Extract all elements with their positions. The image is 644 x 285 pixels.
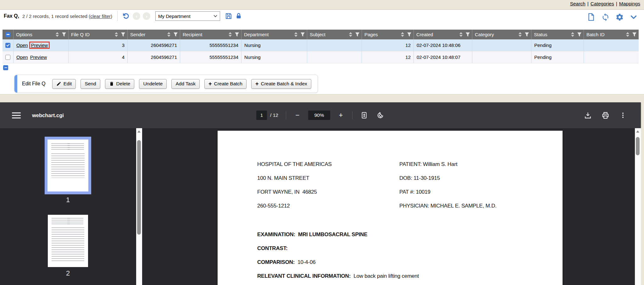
filter-icon[interactable] <box>300 32 305 37</box>
row-checkbox-unchecked[interactable] <box>5 55 10 60</box>
refresh-icon[interactable] <box>601 12 610 22</box>
zoom-level-value[interactable]: 90% <box>308 111 330 120</box>
sort-icon[interactable] <box>459 32 463 37</box>
scrollbar-up-arrow[interactable] <box>137 130 141 133</box>
record-summary-close: ) <box>111 14 112 19</box>
column-header-status[interactable]: Status <box>531 30 584 39</box>
sort-icon[interactable] <box>167 32 170 37</box>
column-label: Options <box>16 32 54 37</box>
sort-icon[interactable] <box>229 32 232 37</box>
sender-value: 2604596271 <box>151 54 177 60</box>
undo-icon[interactable] <box>122 12 130 20</box>
preview-link[interactable]: Preview <box>31 43 48 48</box>
sort-icon[interactable] <box>626 32 629 37</box>
column-header-sender[interactable]: Sender <box>128 30 180 39</box>
previous-record-icon[interactable]: ‹ <box>133 12 140 20</box>
download-icon[interactable] <box>584 111 592 119</box>
print-icon[interactable] <box>601 111 609 119</box>
next-record-icon[interactable]: › <box>143 12 150 20</box>
department-value: Nursing <box>244 54 261 60</box>
sort-icon[interactable] <box>115 32 118 37</box>
menu-icon[interactable] <box>12 111 21 120</box>
column-header-recipient[interactable]: Recipient <box>180 30 242 39</box>
sort-icon[interactable] <box>401 32 404 37</box>
more-options-kebab-icon[interactable] <box>619 111 627 119</box>
column-header-pages[interactable]: Pages <box>362 30 414 39</box>
page-number-input[interactable]: 1 <box>256 111 267 120</box>
scrollbar-thumb[interactable] <box>137 140 141 235</box>
category-cell <box>472 39 531 51</box>
sort-icon[interactable] <box>519 32 522 37</box>
gear-icon[interactable] <box>615 12 624 22</box>
open-link[interactable]: Open <box>16 43 28 48</box>
delete-button[interactable]: Delete <box>105 79 135 89</box>
document-scrollbar[interactable] <box>635 128 641 285</box>
filter-icon[interactable] <box>407 32 412 37</box>
page-thumbnail-1[interactable] <box>45 137 91 194</box>
column-label: Department <box>244 32 293 37</box>
delete-button-label: Delete <box>116 81 130 87</box>
options-cell: Open Preview <box>14 39 69 51</box>
edit-file-q-action-bar: Edit File Q Edit Send Delete Undelete Ad… <box>14 75 318 93</box>
preview-link[interactable]: Preview <box>30 54 47 60</box>
filter-icon[interactable] <box>525 32 529 37</box>
column-header-options[interactable]: Options <box>14 30 69 39</box>
department-filter-select[interactable]: My Department <box>155 11 220 21</box>
sender-value: 2604596271 <box>151 43 177 48</box>
new-document-icon[interactable] <box>586 12 596 22</box>
undelete-button[interactable]: Undelete <box>139 79 167 89</box>
zoom-out-button[interactable]: − <box>294 111 301 119</box>
deselect-all-checkbox[interactable] <box>3 65 8 70</box>
filter-icon[interactable] <box>355 32 360 37</box>
save-icon[interactable] <box>225 12 233 20</box>
filter-icon[interactable] <box>577 32 582 37</box>
row-checkbox-checked[interactable] <box>5 43 10 48</box>
pdf-title: webchart.cgi <box>32 112 64 118</box>
filter-icon[interactable] <box>632 32 637 37</box>
create-batch-index-button[interactable]: + Create Batch & Index <box>251 79 311 89</box>
fit-to-page-icon[interactable] <box>360 111 368 119</box>
toolbar-divider <box>117 11 118 21</box>
filter-icon[interactable] <box>173 32 178 37</box>
subject-cell <box>307 51 362 63</box>
column-header-file-q-id[interactable]: File Q ID <box>69 30 128 39</box>
fax-q-right-icons <box>586 12 638 22</box>
collapse-chevron-icon[interactable] <box>629 12 638 22</box>
column-header-category[interactable]: Category <box>472 30 531 39</box>
nav-link-categories[interactable]: Categories <box>591 1 614 6</box>
sort-icon[interactable] <box>294 32 297 37</box>
sort-icon[interactable] <box>349 32 352 37</box>
doc-section-label: CONTRAST: <box>257 245 287 251</box>
column-header-department[interactable]: Department <box>242 30 307 39</box>
rotate-icon[interactable] <box>376 111 385 119</box>
filter-icon[interactable] <box>465 32 470 37</box>
clear-filter-link[interactable]: clear filter <box>90 14 111 19</box>
nav-link-mappings[interactable]: Mappings <box>619 1 640 6</box>
column-header-subject[interactable]: Subject <box>307 30 362 39</box>
sort-icon[interactable] <box>571 32 574 37</box>
sort-icon[interactable] <box>56 32 59 37</box>
open-link[interactable]: Open <box>16 54 28 60</box>
select-all-checkbox[interactable] <box>5 32 10 37</box>
column-label: Batch ID <box>586 32 625 37</box>
create-batch-button[interactable]: + Create Batch <box>204 79 247 89</box>
doc-patient: PATIENT: William S. Hart <box>399 161 457 168</box>
filter-icon[interactable] <box>235 32 239 37</box>
send-button[interactable]: Send <box>80 79 100 89</box>
thumbnail-scrollbar[interactable] <box>136 128 142 285</box>
edit-button[interactable]: Edit <box>52 79 76 89</box>
doc-section-label: RELEVANT CLINICAL INFORMATION: <box>257 273 351 279</box>
nav-link-search[interactable]: Search <box>570 1 586 6</box>
page-thumbnail-2[interactable] <box>48 215 88 267</box>
zoom-in-button[interactable]: + <box>337 111 345 119</box>
department-value: Nursing <box>244 43 261 48</box>
column-header-created[interactable]: Created <box>414 30 472 39</box>
scrollbar-up-arrow[interactable] <box>636 130 639 133</box>
filter-icon[interactable] <box>62 32 66 37</box>
column-header-batch-id[interactable]: Batch ID <box>584 30 639 39</box>
filter-icon[interactable] <box>121 32 125 37</box>
trash-icon <box>109 81 114 86</box>
add-task-button[interactable]: Add Task <box>171 79 199 89</box>
scrollbar-thumb[interactable] <box>636 137 640 155</box>
lock-icon[interactable] <box>235 12 243 20</box>
